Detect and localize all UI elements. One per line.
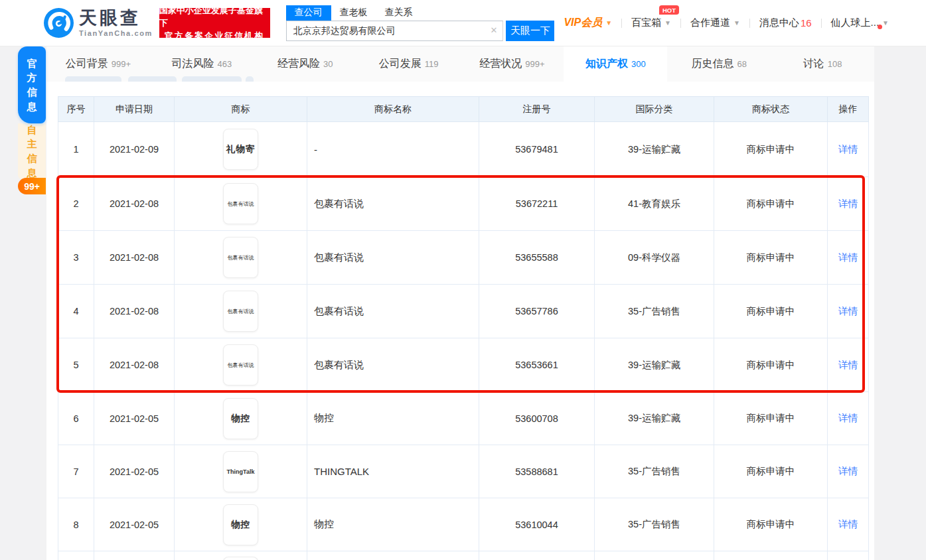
trademark-image[interactable]: 物控	[223, 398, 258, 439]
search-tab-relation[interactable]: 查关系	[376, 5, 422, 21]
cell-status: 商标申请中	[714, 122, 828, 177]
trademark-image[interactable]: 包裹有话说	[223, 291, 258, 332]
tab-count: 463	[217, 59, 232, 69]
tab-count: 68	[737, 59, 746, 69]
nav-message-label: 消息中心	[759, 17, 799, 29]
col-header-reg: 注册号	[479, 97, 595, 122]
detail-link[interactable]: 详情	[838, 413, 858, 423]
nav-message-center[interactable]: 消息中心 16	[750, 17, 821, 29]
nav-partner-label: 合作通道	[690, 17, 730, 29]
tab-label: 经营风险	[277, 57, 320, 71]
search-tab-boss[interactable]: 查老板	[331, 5, 376, 21]
trademark-image[interactable]: 包裹有话说	[223, 183, 258, 224]
detail-link[interactable]: 详情	[838, 144, 858, 155]
cell-status: 商标申请中	[714, 285, 828, 338]
nav-vip-label: VIP会员	[564, 16, 602, 30]
cell-status: 商标申请中	[714, 177, 828, 231]
nav-vip[interactable]: VIP会员 ▼	[554, 16, 621, 30]
detail-link[interactable]: 详情	[838, 252, 858, 263]
cell-reg: 53610044	[479, 498, 595, 551]
trademark-image[interactable]: 包裹有话说	[223, 237, 258, 278]
detail-link[interactable]: 详情	[838, 306, 858, 316]
tab-count: 300	[631, 59, 646, 69]
cell-name	[307, 551, 479, 560]
cell-reg: 53655588	[479, 231, 595, 285]
detail-link[interactable]: 详情	[838, 519, 858, 529]
tab-label: 司法风险	[171, 57, 214, 71]
ribbon-official-label: 官方信息	[27, 56, 37, 114]
top-header: 天眼查 TianYanCha.com 国家中小企业发展子基金旗下 官方备案企业征…	[0, 0, 926, 46]
logo-domain: TianYanCha.com	[79, 29, 153, 37]
table-row: 3 2021-02-08 包裹有话说 包裹有话说 53655588 09-科学仪…	[58, 231, 869, 285]
tab-count: 119	[425, 59, 439, 69]
trademark-image[interactable]: 礼物寄	[223, 129, 258, 170]
cell-date: 2021-02-08	[94, 285, 175, 338]
trademark-image-text: 物控	[231, 519, 250, 531]
cert-line2: 官方备案企业征信机构	[165, 30, 264, 42]
cell-date: 2021-02-09	[94, 122, 175, 177]
cell-name: -	[307, 122, 479, 177]
detail-link[interactable]: 详情	[838, 198, 858, 209]
cell-reg: 53653661	[479, 338, 595, 392]
hot-badge: HOT	[659, 5, 679, 15]
search-tab-company[interactable]: 查公司	[286, 5, 331, 21]
detail-link[interactable]: 详情	[838, 466, 858, 476]
nav-user-menu[interactable]: 仙人球上... ▼	[822, 17, 898, 29]
col-header-logo: 商标	[175, 97, 307, 122]
cell-no: 6	[58, 392, 94, 445]
search-input[interactable]	[286, 21, 504, 41]
cell-class	[595, 551, 714, 560]
cell-op	[828, 551, 869, 560]
cell-class: 35-广告销售	[595, 498, 714, 551]
trademark-image-text: 包裹有话说	[228, 200, 254, 208]
cell-reg: 53672211	[479, 177, 595, 231]
cell-reg: 53657786	[479, 285, 595, 338]
tab-label: 历史信息	[691, 57, 733, 71]
subnav-chips-partial	[46, 76, 874, 82]
col-header-name: 商标名称	[307, 97, 479, 122]
nav-toolbox[interactable]: HOT 百宝箱 ▼	[622, 17, 680, 29]
table-row: 4 2021-02-08 包裹有话说 包裹有话说 53657786 35-广告销…	[58, 285, 869, 338]
cell-status: 商标申请中	[714, 392, 828, 445]
tianyancha-logo[interactable]: 天眼查 TianYanCha.com	[44, 8, 153, 38]
cell-no: 7	[58, 445, 94, 498]
top-nav: VIP会员 ▼ HOT 百宝箱 ▼ 合作通道 ▼ 消息中心 16 仙人球上...…	[554, 16, 926, 30]
cell-no: 8	[58, 498, 94, 551]
trademark-table: 序号 申请日期 商标 商标名称 注册号 国际分类 商标状态 操作 1 2021-…	[58, 96, 869, 560]
search-button[interactable]: 天眼一下	[506, 21, 554, 41]
table-row: 5 2021-02-08 包裹有话说 包裹有话说 53653661 39-运输贮…	[58, 338, 869, 392]
col-header-op: 操作	[828, 97, 869, 122]
col-header-status: 商标状态	[714, 97, 828, 122]
ribbon-self-label: 自主信息	[27, 123, 37, 180]
ribbon-self-info[interactable]: 自主信息	[18, 123, 46, 179]
message-count-badge: 16	[801, 17, 812, 29]
trademark-image[interactable]: 包裹有话说	[223, 344, 258, 385]
ribbon-official-info[interactable]: 官方信息	[18, 46, 46, 123]
cell-class: 35-广告销售	[595, 445, 714, 498]
tab-count: 999+	[112, 59, 131, 69]
tab-label: 讨论	[803, 57, 824, 71]
trademark-image[interactable]: 物控	[223, 504, 258, 545]
detail-link[interactable]: 详情	[838, 360, 858, 370]
nav-partner[interactable]: 合作通道 ▼	[681, 17, 749, 29]
subnav-chip	[65, 76, 121, 82]
cell-class: 09-科学仪器	[595, 231, 714, 285]
chevron-down-icon: ▼	[605, 19, 612, 27]
cell-status: 商标申请中	[714, 338, 828, 392]
cell-name: 物控	[307, 498, 479, 551]
tab-count: 108	[828, 59, 842, 69]
subnav-chip	[182, 76, 242, 82]
cell-reg: 53600708	[479, 392, 595, 445]
trademark-image-text: 物控	[231, 413, 250, 425]
clear-search-icon[interactable]: ✕	[490, 25, 497, 35]
tab-label: 经营状况	[479, 57, 522, 71]
chevron-down-icon: ▼	[882, 19, 889, 27]
cell-reg: 53588681	[479, 445, 595, 498]
trademark-image-text: 包裹有话说	[228, 308, 254, 315]
cell-status: 商标申请中	[714, 445, 828, 498]
certification-badge: 国家中小企业发展子基金旗下 官方备案企业征信机构	[159, 8, 270, 38]
cell-name: 包裹有话说	[307, 285, 479, 338]
cell-date: 2021-02-05	[94, 445, 175, 498]
trademark-image[interactable]: ThingTalk	[223, 451, 258, 492]
col-header-no: 序号	[58, 97, 94, 122]
